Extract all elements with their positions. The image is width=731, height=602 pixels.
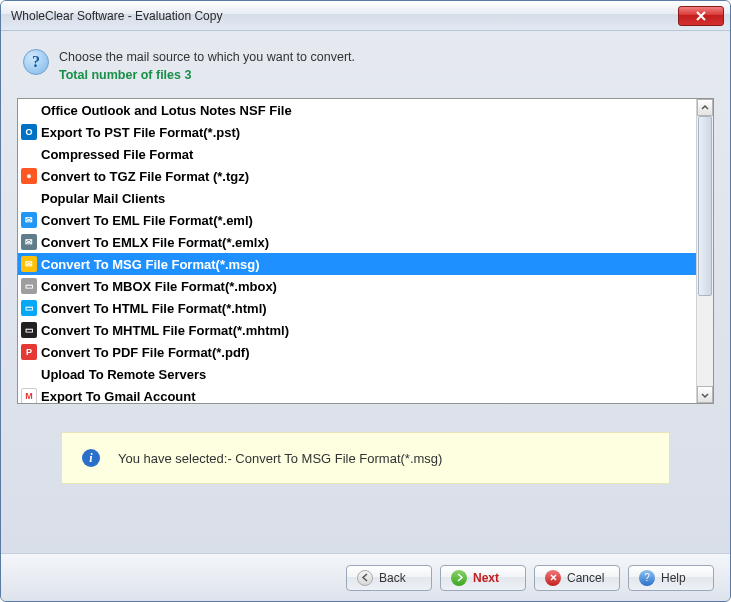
next-button[interactable]: Next	[440, 565, 526, 591]
back-label: Back	[379, 571, 406, 585]
cancel-icon	[545, 570, 561, 586]
ic-eml-icon: ✉	[21, 212, 37, 228]
row-label: Upload To Remote Servers	[41, 367, 206, 382]
ic-outlook-icon: O	[21, 124, 37, 140]
list-header: Compressed File Format	[18, 143, 696, 165]
cancel-button[interactable]: Cancel	[534, 565, 620, 591]
row-label: Popular Mail Clients	[41, 191, 165, 206]
ic-gmail-icon: M	[21, 388, 37, 403]
list-item[interactable]: ✉Convert To MSG File Format(*.msg)	[18, 253, 696, 275]
list-item[interactable]: ▭Convert To HTML File Format(*.html)	[18, 297, 696, 319]
format-list-panel: Office Outlook and Lotus Notes NSF FileO…	[17, 98, 714, 404]
help-button[interactable]: ? Help	[628, 565, 714, 591]
close-icon	[696, 11, 706, 21]
status-text: You have selected:- Convert To MSG File …	[118, 451, 442, 466]
row-label: Compressed File Format	[41, 147, 193, 162]
intro-line1: Choose the mail source to which you want…	[59, 49, 355, 67]
question-icon: ?	[23, 49, 49, 75]
list-item[interactable]: PConvert To PDF File Format(*.pdf)	[18, 341, 696, 363]
status-prefix: You have selected:-	[118, 451, 235, 466]
scroll-thumb[interactable]	[698, 116, 712, 296]
help-label: Help	[661, 571, 686, 585]
list-item[interactable]: ▭Convert To MHTML File Format(*.mhtml)	[18, 319, 696, 341]
list-item[interactable]: ●Convert to TGZ File Format (*.tgz)	[18, 165, 696, 187]
list-header: Upload To Remote Servers	[18, 363, 696, 385]
footer: Back Next Cancel ? Help	[1, 553, 730, 601]
row-label: Export To PST File Format(*.pst)	[41, 125, 240, 140]
status-area: i You have selected:- Convert To MSG Fil…	[17, 404, 714, 512]
next-label: Next	[473, 571, 499, 585]
content-area: ? Choose the mail source to which you wa…	[1, 31, 730, 512]
ic-emlx-icon: ✉	[21, 234, 37, 250]
arrow-right-icon	[451, 570, 467, 586]
intro-text: Choose the mail source to which you want…	[59, 49, 355, 84]
row-label: Convert To MBOX File Format(*.mbox)	[41, 279, 277, 294]
row-label: Export To Gmail Account	[41, 389, 196, 404]
ic-tgz-icon: ●	[21, 168, 37, 184]
intro-section: ? Choose the mail source to which you wa…	[17, 45, 714, 98]
row-label: Office Outlook and Lotus Notes NSF File	[41, 103, 292, 118]
row-label: Convert to TGZ File Format (*.tgz)	[41, 169, 249, 184]
chevron-down-icon	[701, 391, 709, 399]
ic-pdf-icon: P	[21, 344, 37, 360]
status-box: i You have selected:- Convert To MSG Fil…	[61, 432, 670, 484]
list-header: Popular Mail Clients	[18, 187, 696, 209]
window-title: WholeClear Software - Evaluation Copy	[11, 9, 678, 23]
row-label: Convert To HTML File Format(*.html)	[41, 301, 267, 316]
scroll-up-button[interactable]	[697, 99, 713, 116]
list-item[interactable]: ▭Convert To MBOX File Format(*.mbox)	[18, 275, 696, 297]
info-icon: i	[82, 449, 100, 467]
ic-mbox-icon: ▭	[21, 278, 37, 294]
file-count-label: Total number of files 3	[59, 67, 355, 85]
cancel-label: Cancel	[567, 571, 604, 585]
list-item[interactable]: OExport To PST File Format(*.pst)	[18, 121, 696, 143]
row-label: Convert To EML File Format(*.eml)	[41, 213, 253, 228]
ic-html-icon: ▭	[21, 300, 37, 316]
chevron-up-icon	[701, 104, 709, 112]
scrollbar[interactable]	[696, 99, 713, 403]
format-list[interactable]: Office Outlook and Lotus Notes NSF FileO…	[18, 99, 696, 403]
app-window: WholeClear Software - Evaluation Copy ? …	[0, 0, 731, 602]
list-header: Office Outlook and Lotus Notes NSF File	[18, 99, 696, 121]
scroll-down-button[interactable]	[697, 386, 713, 403]
ic-mhtml-icon: ▭	[21, 322, 37, 338]
back-button[interactable]: Back	[346, 565, 432, 591]
list-item[interactable]: MExport To Gmail Account	[18, 385, 696, 403]
row-label: Convert To MHTML File Format(*.mhtml)	[41, 323, 289, 338]
list-item[interactable]: ✉Convert To EML File Format(*.eml)	[18, 209, 696, 231]
close-button[interactable]	[678, 6, 724, 26]
row-label: Convert To PDF File Format(*.pdf)	[41, 345, 249, 360]
titlebar: WholeClear Software - Evaluation Copy	[1, 1, 730, 31]
help-icon: ?	[639, 570, 655, 586]
ic-msg-icon: ✉	[21, 256, 37, 272]
row-label: Convert To EMLX File Format(*.emlx)	[41, 235, 269, 250]
row-label: Convert To MSG File Format(*.msg)	[41, 257, 260, 272]
status-value: Convert To MSG File Format(*.msg)	[235, 451, 442, 466]
list-item[interactable]: ✉Convert To EMLX File Format(*.emlx)	[18, 231, 696, 253]
arrow-left-icon	[357, 570, 373, 586]
